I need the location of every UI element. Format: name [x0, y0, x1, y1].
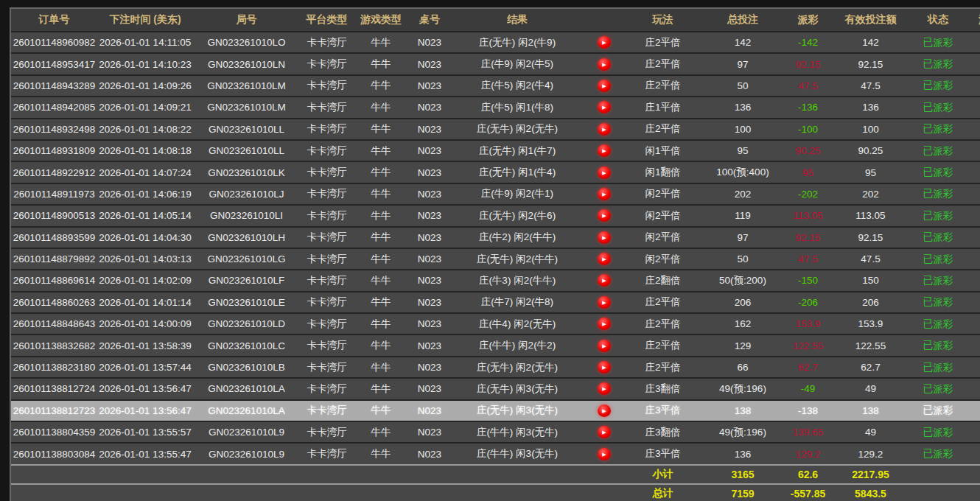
replay-icon[interactable]: ▶	[598, 448, 611, 460]
table-row[interactable]: 2601011388043592026-01-01 13:55:57GN0232…	[11, 421, 980, 442]
table_no-cell: N023	[408, 54, 451, 74]
table-row[interactable]: 2601011388231802026-01-01 13:57:44GN0232…	[11, 356, 980, 377]
column-header-game_type: 游戏类型	[354, 9, 408, 31]
order_id-cell: 260101148932498	[11, 119, 97, 139]
game_type-cell: 牛牛	[354, 249, 408, 269]
bet_time-cell: 2026-01-01 13:55:57	[97, 422, 193, 442]
play-cell: 庄1平倍	[624, 97, 701, 117]
replay-icon[interactable]: ▶	[598, 426, 611, 438]
order_id-cell: 260101148931809	[11, 141, 97, 161]
replay-icon[interactable]: ▶	[598, 144, 611, 157]
game_type-cell: 牛牛	[354, 335, 408, 355]
grand_total-payout: -557.85	[784, 485, 832, 501]
replay-cell: ▶	[584, 292, 624, 312]
column-header-status: 状态	[909, 9, 967, 31]
table-row[interactable]: 2601011488798922026-01-01 14:03:13GN0232…	[11, 248, 980, 269]
replay-icon[interactable]: ▶	[598, 167, 611, 179]
valid_bet-cell: 206	[832, 292, 909, 312]
replay-icon[interactable]: ▶	[598, 209, 611, 222]
table-row[interactable]: 2601011388326822026-01-01 13:58:39GN0232…	[11, 334, 980, 355]
bet_time-cell: 2026-01-01 14:02:09	[97, 270, 193, 290]
spacer	[11, 466, 624, 483]
bet_time-cell: 2026-01-01 14:10:23	[97, 54, 193, 74]
platform-cell: 卡卡湾厅	[300, 314, 354, 334]
status-cell: 已派彩	[909, 184, 967, 204]
replay-icon[interactable]: ▶	[598, 340, 611, 352]
replay-icon[interactable]: ▶	[598, 253, 611, 265]
replay-cell: ▶	[584, 184, 624, 204]
table-row[interactable]: 2601011489318092026-01-01 14:08:18GN0232…	[11, 139, 980, 161]
status-cell: 已派彩	[909, 335, 967, 355]
platform-cell: 卡卡湾厅	[300, 292, 354, 312]
payout-cell: -142	[784, 32, 832, 52]
order_id-cell: 260101148900513	[11, 206, 97, 225]
grand_total-label: 总计	[624, 485, 701, 501]
replay-cell: ▶	[584, 32, 624, 52]
platform-cell: 卡卡湾厅	[300, 270, 354, 290]
order_id-cell: 260101148942085	[11, 97, 97, 117]
bet_time-cell: 2026-01-01 14:03:13	[97, 249, 193, 269]
replay-icon[interactable]: ▶	[598, 231, 611, 244]
payout-cell: -202	[784, 184, 832, 204]
grand_total-row: 总计7159-557.855843.5	[11, 483, 980, 501]
result-cell: 庄(牛9) 闲2(牛5)	[451, 54, 584, 74]
replay-icon[interactable]: ▶	[598, 80, 611, 92]
extra-cell	[967, 249, 980, 269]
table-row[interactable]: 2601011489534172026-01-01 14:10:23GN0232…	[11, 52, 980, 74]
round_id-cell: GN023261010LH	[193, 228, 300, 248]
replay-icon[interactable]: ▶	[598, 101, 611, 113]
platform-cell: 卡卡湾厅	[300, 184, 354, 204]
table_no-cell: N023	[408, 379, 451, 399]
table-row[interactable]: 2601011388127242026-01-01 13:56:47GN0232…	[11, 377, 980, 399]
table-row[interactable]: 2601011388127232026-01-01 13:56:47GN0232…	[11, 399, 980, 421]
replay-icon[interactable]: ▶	[598, 361, 611, 374]
total_bet-cell: 138	[701, 401, 784, 421]
game_type-cell: 牛牛	[354, 379, 408, 399]
subtotal-row: 小计316562.62217.95	[11, 464, 980, 483]
column-header-replay	[584, 9, 624, 31]
table-row[interactable]: 2601011489432892026-01-01 14:09:26GN0232…	[11, 74, 980, 96]
table-row[interactable]: 2601011489609822026-01-01 14:11:05GN0232…	[11, 31, 980, 52]
table-row[interactable]: 2601011388030842026-01-01 13:55:47GN0232…	[11, 442, 980, 463]
total_bet-cell: 162	[701, 314, 784, 334]
result-cell: 庄(牛9) 闲2(牛1)	[451, 184, 584, 204]
replay-icon[interactable]: ▶	[598, 274, 611, 287]
result-cell: 庄(牛5) 闲1(牛8)	[451, 97, 584, 117]
table-row[interactable]: 2601011488935992026-01-01 14:04:30GN0232…	[11, 226, 980, 248]
table-row[interactable]: 2601011489324982026-01-01 14:08:22GN0232…	[11, 118, 980, 139]
total_bet-cell: 136	[701, 444, 784, 463]
valid_bet-cell: 92.15	[832, 54, 909, 74]
valid_bet-cell: 202	[832, 184, 909, 204]
total_bet-cell: 49(预:196)	[701, 379, 784, 399]
play-cell: 庄2平倍	[624, 54, 701, 74]
valid_bet-cell: 49	[832, 422, 909, 442]
table-row[interactable]: 2601011489420852026-01-01 14:09:21GN0232…	[11, 96, 980, 117]
bet_time-cell: 2026-01-01 14:11:05	[97, 32, 193, 52]
payout-cell: -206	[784, 292, 832, 312]
game_type-cell: 牛牛	[354, 119, 408, 139]
game_type-cell: 牛牛	[354, 97, 408, 117]
result-cell: 庄(牛4) 闲2(无牛)	[451, 314, 584, 334]
round_id-cell: GN023261010L9	[193, 422, 300, 442]
table-row[interactable]: 2601011489229122026-01-01 14:07:24GN0232…	[11, 161, 980, 182]
order_id-cell: 260101148953417	[11, 54, 97, 74]
replay-icon[interactable]: ▶	[598, 318, 611, 330]
replay-icon[interactable]: ▶	[598, 404, 611, 417]
table-row[interactable]: 2601011489119732026-01-01 14:06:19GN0232…	[11, 183, 980, 204]
replay-icon[interactable]: ▶	[598, 188, 611, 200]
replay-icon[interactable]: ▶	[598, 36, 611, 49]
table-row[interactable]: 2601011489005132026-01-01 14:05:14GN0232…	[11, 204, 980, 225]
table-row[interactable]: 2601011488602632026-01-01 14:01:14GN0232…	[11, 291, 980, 312]
replay-icon[interactable]: ▶	[598, 58, 611, 71]
replay-cell: ▶	[584, 76, 624, 96]
valid_bet-cell: 100	[832, 119, 909, 139]
extra-cell	[967, 54, 980, 74]
replay-icon[interactable]: ▶	[598, 382, 611, 395]
replay-icon[interactable]: ▶	[598, 296, 611, 309]
order_id-cell: 260101138832682	[11, 335, 97, 355]
table-row[interactable]: 2601011488696142026-01-01 14:02:09GN0232…	[11, 269, 980, 290]
replay-icon[interactable]: ▶	[598, 123, 611, 136]
table-row[interactable]: 2601011488486432026-01-01 14:00:09GN0232…	[11, 312, 980, 334]
spacer	[909, 485, 980, 501]
valid_bet-cell: 129.2	[832, 444, 909, 463]
